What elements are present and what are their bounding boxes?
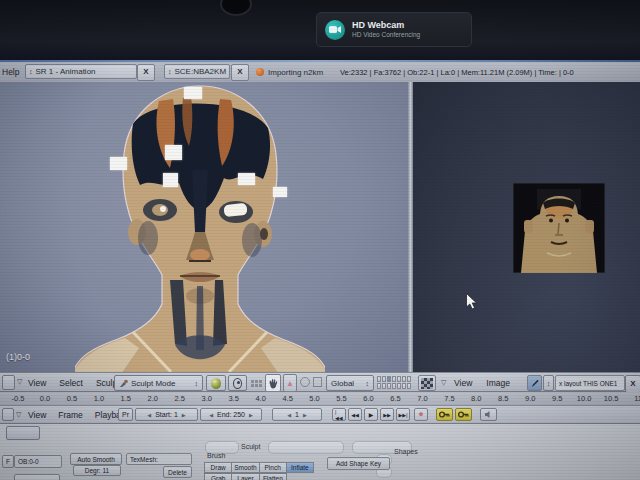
hand-icon bbox=[268, 378, 278, 389]
collapse-menus-icon[interactable]: ▽ bbox=[441, 379, 446, 387]
brush-button-grab[interactable]: Grab bbox=[204, 473, 232, 480]
end-frame-field[interactable]: ◀ End: 250 ▶ bbox=[200, 408, 262, 421]
panel-collapse-box[interactable] bbox=[6, 426, 40, 440]
play-button[interactable]: ▶ bbox=[364, 408, 378, 421]
jump-end-button[interactable]: ▶▶| bbox=[396, 408, 410, 421]
dropdown-arrows-icon: ↕ bbox=[29, 68, 33, 75]
ruler-tick-8-5: 8.5 bbox=[498, 394, 508, 403]
manipulator-toggle-button[interactable] bbox=[265, 374, 281, 392]
key-icon bbox=[439, 411, 450, 418]
speaker-icon bbox=[484, 410, 493, 419]
top-header-bar: Help ↕ SR 1 - Animation X ↕ SCE:NBA2KM X… bbox=[0, 62, 640, 83]
image-menu-view[interactable]: View bbox=[454, 378, 472, 388]
image-datablock-dropdown[interactable]: ↕ bbox=[543, 375, 554, 391]
ruler-tick-3-0: 3.0 bbox=[202, 394, 212, 403]
webcam-sticker: HD Webcam HD Video Conferencing bbox=[316, 12, 472, 47]
snap-dots-icon bbox=[251, 380, 262, 387]
manipulator-translate-icon[interactable] bbox=[313, 377, 322, 387]
object-name-field[interactable]: OB:0-0 bbox=[14, 455, 62, 468]
ruler-tick-9-5: 9.5 bbox=[552, 394, 562, 403]
view3d-menu-select[interactable]: Select bbox=[59, 378, 83, 388]
layer-grid[interactable] bbox=[377, 376, 411, 389]
autokey-button-1[interactable] bbox=[436, 408, 453, 421]
brush-button-draw[interactable]: Draw bbox=[204, 462, 232, 473]
viewport-3d[interactable]: (1)0-0 bbox=[0, 82, 408, 372]
rewind-button[interactable]: ◀◀ bbox=[348, 408, 362, 421]
timeline-ruler[interactable]: -0.50.00.51.01.52.02.53.03.54.04.55.05.5… bbox=[0, 392, 640, 406]
fake-user-button[interactable]: F bbox=[2, 455, 14, 468]
autokey-button-2[interactable] bbox=[455, 408, 472, 421]
draw-type-selector[interactable] bbox=[206, 375, 226, 391]
collapse-menus-icon[interactable]: ▽ bbox=[16, 411, 21, 419]
ruler-tick-2-5: 2.5 bbox=[175, 394, 185, 403]
increment-icon[interactable]: ▶ bbox=[182, 412, 186, 418]
brush-button-smooth[interactable]: Smooth bbox=[231, 462, 259, 473]
decrement-icon[interactable]: ◀ bbox=[147, 412, 151, 418]
screen-layout-selector[interactable]: ↕ SR 1 - Animation bbox=[25, 64, 137, 79]
editor-type-button[interactable] bbox=[2, 375, 15, 390]
ruler-tick-1-0: 1.0 bbox=[94, 394, 104, 403]
import-status-icon bbox=[256, 68, 264, 76]
screen-layout-close-button[interactable]: X bbox=[137, 64, 155, 81]
jump-start-button[interactable]: |◀◀ bbox=[332, 408, 346, 421]
editor-type-button[interactable] bbox=[418, 375, 436, 391]
record-button[interactable]: ● bbox=[414, 408, 428, 421]
current-frame-field[interactable]: ◀ 1 ▶ bbox=[272, 408, 322, 421]
timeline-menu-frame[interactable]: Frame bbox=[58, 410, 83, 420]
dropdown-arrows-icon: ↕ bbox=[547, 380, 551, 387]
view3d-menu-view[interactable]: View bbox=[28, 378, 46, 388]
editor-type-button[interactable] bbox=[2, 408, 14, 421]
dropdown-arrows-icon: ↕ bbox=[366, 380, 370, 387]
scene-close-button[interactable]: X bbox=[231, 64, 249, 81]
manipulator-rotate-button[interactable]: ▲ bbox=[283, 374, 297, 392]
brush-button-inflate[interactable]: Inflate bbox=[286, 462, 314, 473]
brush-button-pinch[interactable]: Pinch bbox=[259, 462, 287, 473]
preview-range-button[interactable]: Pr bbox=[118, 408, 133, 421]
image-name-field[interactable]: x layout THIS ONE1 bbox=[555, 375, 625, 391]
image-editor-icon bbox=[421, 378, 433, 389]
fast-forward-button[interactable]: ▶▶ bbox=[380, 408, 394, 421]
mode-selector[interactable]: Sculpt Mode ↕ bbox=[114, 375, 203, 391]
selection-handle bbox=[165, 145, 182, 160]
selection-handle bbox=[273, 187, 287, 197]
orientation-selector[interactable]: Global ↕ bbox=[326, 375, 374, 391]
delete-button[interactable]: Delete bbox=[163, 466, 192, 478]
pivot-selector[interactable] bbox=[228, 375, 247, 391]
timeline-menus: ViewFramePlayback bbox=[28, 406, 129, 424]
menu-help[interactable]: Help bbox=[2, 67, 19, 77]
image-editor-header: ▽ ViewImage ↕ x layout THIS ONE1 X bbox=[413, 372, 640, 392]
timeline-menu-view[interactable]: View bbox=[28, 410, 46, 420]
decrement-icon[interactable]: ◀ bbox=[209, 412, 213, 418]
panel-tab[interactable] bbox=[268, 441, 344, 454]
panel-button-partial[interactable] bbox=[14, 474, 60, 480]
brush-buttons-row2: GrabLayerFlatten bbox=[204, 473, 286, 480]
brush-button-layer[interactable]: Layer bbox=[231, 473, 259, 480]
image-browse-button[interactable] bbox=[527, 375, 542, 391]
ruler-tick--0-5: -0.5 bbox=[12, 394, 25, 403]
pen-icon bbox=[531, 379, 539, 388]
increment-icon[interactable]: ▶ bbox=[303, 412, 307, 418]
sculpt-head-model[interactable] bbox=[75, 82, 325, 372]
scene-selector[interactable]: ↕ SCE:NBA2KM bbox=[164, 64, 230, 79]
manipulator-scale-icon[interactable] bbox=[300, 377, 310, 387]
increment-icon[interactable]: ▶ bbox=[249, 412, 253, 418]
decrement-icon[interactable]: ◀ bbox=[287, 412, 291, 418]
image-menu-image[interactable]: Image bbox=[486, 378, 510, 388]
monitor-photo: HD Webcam HD Video Conferencing Help ↕ S… bbox=[0, 0, 640, 480]
start-frame-field[interactable]: ◀ Start: 1 ▶ bbox=[135, 408, 198, 421]
snap-button[interactable] bbox=[249, 377, 263, 390]
ruler-tick-3-5: 3.5 bbox=[228, 394, 238, 403]
texmesh-field[interactable]: TexMesh: bbox=[126, 453, 192, 465]
mute-audio-button[interactable] bbox=[480, 408, 497, 421]
dropdown-arrows-icon: ↕ bbox=[168, 68, 172, 75]
image-unlink-button[interactable]: X bbox=[625, 375, 640, 393]
webcam-subtitle: HD Video Conferencing bbox=[352, 31, 420, 39]
auto-smooth-button[interactable]: Auto Smooth bbox=[70, 453, 122, 465]
image-editor-viewport[interactable] bbox=[413, 82, 640, 372]
degr-field[interactable]: Degr: 11 bbox=[73, 465, 121, 476]
add-shape-key-button[interactable]: Add Shape Key bbox=[327, 457, 390, 470]
sculpt-panel-tab[interactable]: Sculpt bbox=[241, 443, 260, 450]
key-icon bbox=[458, 411, 469, 418]
collapse-menus-icon[interactable]: ▽ bbox=[17, 378, 22, 386]
brush-button-flatten[interactable]: Flatten bbox=[259, 473, 287, 480]
